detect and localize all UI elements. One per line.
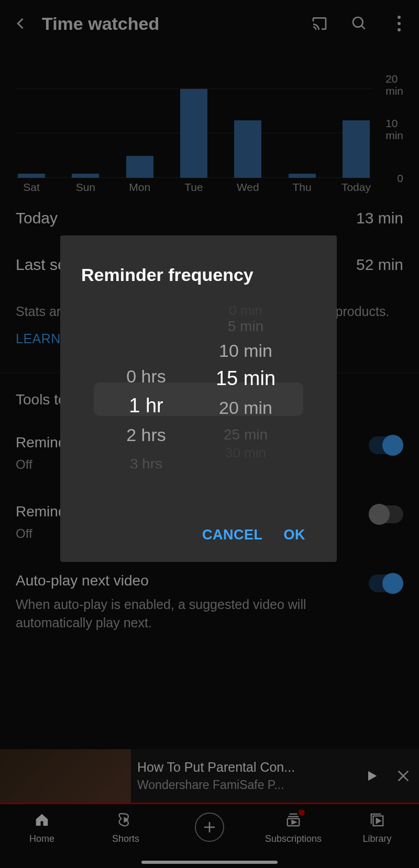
dialog-title: Reminder frequency: [60, 254, 337, 306]
cancel-button[interactable]: CANCEL: [202, 527, 263, 543]
hours-picker[interactable]: 0 hrs 1 hr 2 hrs 3 hrs 4 hrs: [99, 306, 193, 468]
minutes-picker[interactable]: 0 min 5 min 10 min 15 min 20 min 25 min …: [193, 306, 298, 468]
time-pickers: 0 hrs 1 hr 2 hrs 3 hrs 4 hrs 0 min 5 min…: [60, 306, 337, 527]
reminder-frequency-dialog: Reminder frequency 0 hrs 1 hr 2 hrs 3 hr…: [60, 235, 337, 562]
ok-button[interactable]: OK: [284, 527, 306, 543]
dialog-actions: CANCEL OK: [60, 527, 337, 562]
